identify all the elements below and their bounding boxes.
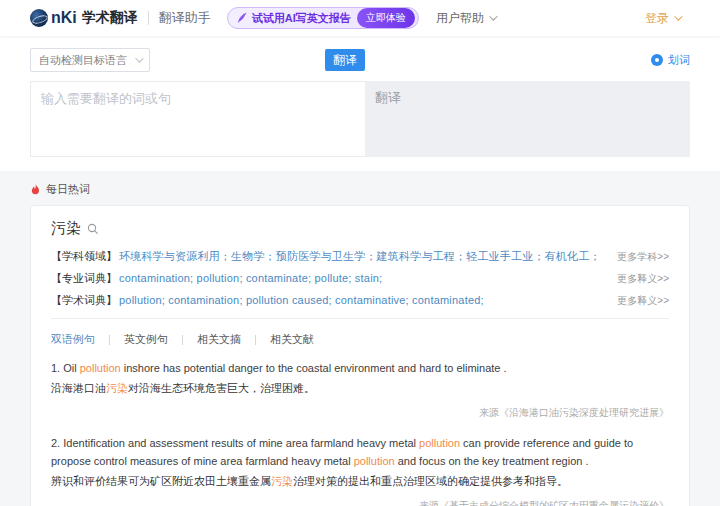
translate-panel: 自动检测目标语言 翻译 划词 翻译 <box>0 36 720 171</box>
cnki-globe-icon <box>30 9 48 27</box>
example-tabs: 双语例句 英文例句 相关文摘 相关文献 <box>51 319 669 359</box>
flame-icon <box>30 184 41 196</box>
dict-terms[interactable]: 环境科学与资源利用；生物学；预防医学与卫生学；建筑科学与工程；轻工业手工业；有机… <box>119 249 605 264</box>
chevron-down-icon <box>674 12 682 20</box>
brand-logo[interactable]: nKi 学术翻译 <box>30 9 138 27</box>
dict-row-subjects: 【学科领域】 环境科学与资源利用；生物学；预防医学与卫生学；建筑科学与工程；轻工… <box>51 249 669 264</box>
more-meanings-link[interactable]: 更多释义>> <box>617 272 669 286</box>
login-menu[interactable]: 登录 <box>645 10 680 27</box>
word-select-label: 划词 <box>668 53 690 68</box>
tab-related-abstracts[interactable]: 相关文摘 <box>197 332 241 347</box>
highlighted-term: pollution <box>419 437 460 449</box>
highlighted-term: 污染 <box>106 382 128 394</box>
source-text-input[interactable] <box>30 81 365 157</box>
hotword-card: 污染 【学科领域】 环境科学与资源利用；生物学；预防医学与卫生学；建筑科学与工程… <box>30 205 690 506</box>
example-chinese: 辨识和评价结果可为矿区附近农田土壤重金属污染治理对策的提出和重点治理区域的确定提… <box>51 472 669 490</box>
login-label: 登录 <box>645 10 669 27</box>
ai-report-banner[interactable]: 试试用AI写英文报告 立即体验 <box>227 7 419 29</box>
dict-row-professional: 【专业词典】 contamination; pollution; contami… <box>51 271 669 286</box>
search-icon[interactable] <box>87 223 99 235</box>
language-select-value: 自动检测目标语言 <box>39 53 127 68</box>
daily-hotword-section: 每日热词 污染 【学科领域】 环境科学与资源利用；生物学；预防医学与卫生学；建筑… <box>0 182 720 506</box>
dict-row-academic: 【学术词典】 pollution; contamination; polluti… <box>51 293 669 308</box>
tab-separator <box>182 335 183 345</box>
example-chinese: 沿海港口油污染对沿海生态环境危害巨大，治理困难。 <box>51 379 669 397</box>
translation-output: 翻译 <box>365 81 690 157</box>
dict-label: 【学科领域】 <box>51 249 117 264</box>
try-now-button[interactable]: 立即体验 <box>357 8 415 28</box>
more-meanings-link[interactable]: 更多释义>> <box>617 294 669 308</box>
example-english: 2. Identification and assessment results… <box>51 434 669 470</box>
user-help-label: 用户帮助 <box>436 10 484 27</box>
tab-bilingual-examples[interactable]: 双语例句 <box>51 332 95 347</box>
chevron-down-icon <box>135 54 143 62</box>
language-select[interactable]: 自动检测目标语言 <box>30 48 150 72</box>
translate-button[interactable]: 翻译 <box>325 49 365 71</box>
top-header: nKi 学术翻译 翻译助手 试试用AI写英文报告 立即体验 用户帮助 登录 <box>0 0 720 36</box>
chevron-down-icon <box>489 12 497 20</box>
daily-hotword-title: 每日热词 <box>46 182 90 197</box>
cnki-logo-text: nKi <box>51 9 77 27</box>
dict-terms[interactable]: pollution; contamination; pollution caus… <box>119 294 605 306</box>
word-select-toggle-icon <box>651 54 663 66</box>
product-name: 学术翻译 <box>82 9 138 27</box>
app-subtitle: 翻译助手 <box>159 9 211 27</box>
tab-separator <box>109 335 110 345</box>
dict-terms[interactable]: contamination; pollution; contaminate; p… <box>119 272 605 284</box>
divider <box>148 11 149 25</box>
example-english: 1. Oil pollution inshore has potential d… <box>51 359 669 377</box>
highlighted-term: pollution <box>80 362 121 374</box>
highlighted-term: 污染 <box>271 475 293 487</box>
example-sentence-1: 1. Oil pollution inshore has potential d… <box>51 359 669 422</box>
dict-label: 【学术词典】 <box>51 293 117 308</box>
example-source-link[interactable]: 来源《基于主成分综合模型的矿区农田重金属污染评价》 <box>51 498 669 506</box>
example-sentence-2: 2. Identification and assessment results… <box>51 434 669 506</box>
user-help-menu[interactable]: 用户帮助 <box>436 10 495 27</box>
tab-related-literature[interactable]: 相关文献 <box>270 332 314 347</box>
tab-english-examples[interactable]: 英文例句 <box>124 332 168 347</box>
more-subjects-link[interactable]: 更多学科>> <box>617 250 669 264</box>
highlighted-term: pollution <box>354 455 395 467</box>
dict-label: 【专业词典】 <box>51 271 117 286</box>
ai-banner-text: 试试用AI写英文报告 <box>252 11 351 26</box>
hot-word: 污染 <box>51 219 81 238</box>
example-source-link[interactable]: 来源《沿海港口油污染深度处理研究进展》 <box>51 405 669 422</box>
tab-separator <box>255 335 256 345</box>
word-select-toggle[interactable]: 划词 <box>651 53 690 68</box>
quill-icon <box>236 12 248 24</box>
